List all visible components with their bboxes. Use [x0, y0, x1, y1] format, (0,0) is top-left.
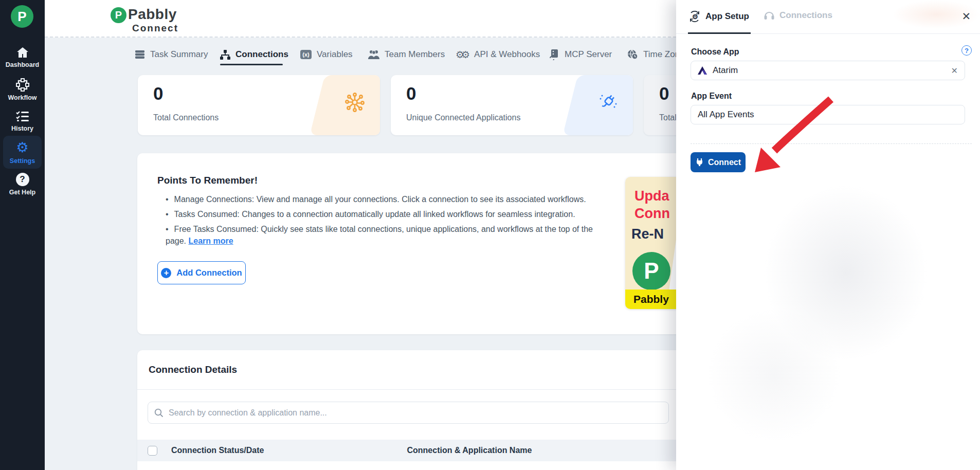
select-all-checkbox[interactable]: [148, 446, 157, 456]
add-connection-button[interactable]: + Add Connection: [157, 261, 246, 284]
stat-value: 0: [153, 83, 163, 104]
sidebar-item-label: Workflow: [0, 94, 45, 101]
app-event-label: App Event: [691, 92, 732, 101]
choose-app-value: Atarim: [713, 65, 738, 76]
headset-icon: [764, 10, 775, 21]
tab-mcp-server[interactable]: MCP Server: [549, 45, 612, 64]
plug-white-icon: [695, 158, 704, 167]
history-icon: [15, 110, 30, 122]
brand-name: Pabbly: [128, 6, 177, 23]
connect-button[interactable]: Connect: [691, 152, 746, 172]
plus-icon: +: [161, 268, 171, 278]
gear-icon: ⚙: [16, 140, 28, 155]
tab-api-webhooks[interactable]: ⚙⚙ API & Webhooks: [456, 45, 540, 64]
active-tab-underline: [220, 64, 283, 65]
sidebar: P Dashboard Workflow History ⚙ Settings: [0, 0, 45, 470]
brand-product: Connect: [132, 23, 178, 34]
tab-team-members[interactable]: Team Members: [368, 45, 445, 64]
variable-icon: (x): [300, 50, 312, 59]
search-input[interactable]: [169, 408, 662, 418]
choose-app-label: Choose App: [691, 47, 739, 57]
tab-task-summary[interactable]: Task Summary: [135, 45, 208, 64]
bullet-tasks-consumed: Tasks Consumed: Changes to a connection …: [166, 208, 608, 220]
gears-icon: ⚙⚙: [456, 49, 467, 61]
pabbly-header-logo-icon: P: [111, 7, 126, 23]
bullet-free-tasks: Free Tasks Consumed: Quickly see stats l…: [166, 223, 596, 247]
search-icon: [154, 408, 164, 418]
tab-connections[interactable]: Connections: [220, 45, 288, 64]
sidebar-item-label: History: [0, 125, 45, 132]
clear-app-icon[interactable]: ✕: [951, 66, 958, 76]
sidebar-item-label: Settings: [0, 157, 45, 165]
sidebar-item-workflow[interactable]: Workflow: [0, 78, 45, 101]
sitemap-icon: [220, 50, 230, 60]
sidebar-item-dashboard[interactable]: Dashboard: [0, 46, 45, 68]
gear-sync-icon: ⚙: [688, 10, 701, 23]
tab-label: MCP Server: [565, 49, 612, 60]
stat-value: 0: [406, 83, 416, 104]
drawer-header: ⚙ App Setup Connections ✕: [676, 0, 980, 34]
drawer-active-tab-underline: [688, 32, 751, 34]
close-icon[interactable]: ✕: [961, 10, 971, 23]
network-hub-icon: [344, 92, 366, 115]
column-header-status-date: Connection Status/Date: [171, 446, 264, 455]
stat-label: Unique Connected Applications: [406, 113, 520, 122]
drawer-tab-connections[interactable]: Connections: [764, 10, 832, 21]
drawer-tab-app-setup[interactable]: ⚙ App Setup: [688, 10, 749, 23]
divider: [137, 389, 699, 390]
add-connection-label: Add Connection: [176, 268, 242, 278]
sidebar-item-label: Dashboard: [0, 61, 45, 68]
sidebar-item-settings[interactable]: ⚙ Settings: [0, 141, 45, 165]
plug-icon: [597, 92, 619, 115]
promo-text-line1: Upda: [634, 188, 669, 204]
stat-label: Total Connections: [153, 113, 219, 122]
drawer-tab-label: Connections: [779, 10, 832, 21]
connection-search[interactable]: [148, 402, 669, 424]
tab-label: Connections: [235, 49, 288, 60]
drawer-tab-label: App Setup: [705, 11, 749, 22]
globe-clock-icon: [627, 49, 638, 60]
atarim-logo-icon: [698, 66, 707, 75]
server-icon: [135, 50, 145, 59]
sidebar-item-history[interactable]: History: [0, 110, 45, 132]
choose-app-field[interactable]: Atarim ✕: [691, 61, 965, 80]
stat-card-total-connections: 0 Total Connections: [138, 75, 380, 135]
table-header-row: Connection Status/Date Connection & Appl…: [137, 440, 699, 461]
connect-label: Connect: [708, 158, 741, 167]
points-title: Points To Remember!: [157, 175, 258, 186]
tab-label: Variables: [317, 49, 353, 60]
help-icon: ?: [16, 173, 29, 186]
svg-text:⚙: ⚙: [692, 13, 698, 21]
tab-label: Team Members: [385, 49, 445, 60]
tab-label: Task Summary: [150, 49, 208, 60]
app-setup-drawer: ⚙ App Setup Connections ✕ Choose App ? A…: [676, 0, 980, 470]
help-circle-icon[interactable]: ?: [961, 45, 972, 56]
stat-value: 0: [659, 83, 669, 104]
pabbly-logo-icon[interactable]: P: [11, 5, 33, 28]
faded-background-shape: [707, 309, 841, 442]
learn-more-link[interactable]: Learn more: [189, 237, 233, 245]
column-header-connection-name: Connection & Application Name: [407, 446, 532, 455]
mcp-server-icon: [549, 49, 559, 60]
workflow-icon: [16, 78, 29, 92]
sidebar-item-label: Get Help: [0, 189, 45, 196]
tab-variables[interactable]: (x) Variables: [300, 45, 353, 64]
promo-text-line2: Conn: [634, 206, 670, 222]
home-icon: [16, 46, 29, 59]
people-icon: [368, 50, 379, 59]
bullet-manage-connections: Manage Connections: View and manage all …: [166, 193, 608, 205]
sidebar-item-get-help[interactable]: ? Get Help: [0, 173, 45, 196]
promo-text-line3: Re-N: [631, 226, 664, 242]
tab-label: API & Webhooks: [474, 49, 540, 60]
stat-card-unique-apps: 0 Unique Connected Applications: [391, 75, 633, 135]
red-arrow-annotation: [740, 95, 838, 180]
connection-details-title: Connection Details: [149, 364, 237, 375]
promo-pabbly-logo-icon: P: [632, 252, 670, 290]
